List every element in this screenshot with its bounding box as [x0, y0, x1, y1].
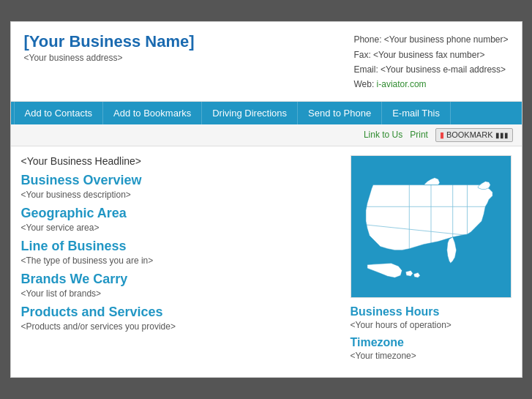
bookmark-icon: ▮: [440, 130, 444, 140]
content-left: <Your Business Headline> Business Overvi…: [21, 155, 339, 367]
section-title-lob: Line of Business: [21, 239, 339, 254]
header-left: [Your Business Name] <Your business addr…: [24, 32, 195, 92]
business-headline: <Your Business Headline>: [21, 155, 339, 167]
link-to-us[interactable]: Link to Us: [364, 130, 402, 140]
nav-email-this[interactable]: E-mail This: [382, 102, 451, 124]
phone-info: Phone: <Your business phone number>: [353, 32, 508, 47]
section-title-hours: Business Hours: [351, 305, 512, 318]
bookmark-icons-extra: ▮▮▮: [495, 131, 509, 139]
nav-driving-directions[interactable]: Driving Directions: [202, 102, 298, 124]
section-title-brands: Brands We Carry: [21, 272, 339, 287]
section-title-overview: Business Overview: [21, 173, 339, 188]
section-desc-brands: <Your list of brands>: [21, 288, 339, 299]
map-container: [351, 155, 512, 298]
bookmark-label: BOOKMARK: [446, 130, 493, 139]
navbar: Add to Contacts Add to Bookmarks Driving…: [11, 102, 522, 124]
content-right: Business Hours <Your hours of operation>…: [351, 155, 512, 367]
web-info: Web: i-aviator.com: [353, 77, 508, 92]
web-link[interactable]: i-aviator.com: [377, 79, 427, 89]
nav-add-bookmarks[interactable]: Add to Bookmarks: [103, 102, 202, 124]
email-info: Email: <Your business e-mail address>: [353, 62, 508, 77]
header: [Your Business Name] <Your business addr…: [11, 22, 522, 102]
page-container: [Your Business Name] <Your business addr…: [10, 21, 522, 378]
section-desc-hours: <Your hours of operation>: [351, 320, 512, 330]
section-title-timezone: Timezone: [351, 336, 512, 349]
nav-send-to-phone[interactable]: Send to Phone: [298, 102, 382, 124]
nav-add-contacts[interactable]: Add to Contacts: [14, 102, 104, 124]
section-desc-geo: <Your service area>: [21, 223, 339, 233]
main-content: <Your Business Headline> Business Overvi…: [11, 146, 522, 377]
header-right: Phone: <Your business phone number> Fax:…: [353, 32, 508, 92]
section-desc-timezone: <Your timezone>: [351, 351, 512, 361]
toolbar: Link to Us Print ▮ BOOKMARK ▮▮▮: [11, 124, 522, 146]
section-title-geo: Geographic Area: [21, 206, 339, 221]
us-map: [351, 156, 511, 297]
section-title-products: Products and Services: [21, 305, 339, 320]
business-address: <Your business address>: [24, 53, 195, 63]
section-desc-overview: <Your business description>: [21, 190, 339, 200]
business-name: [Your Business Name]: [24, 32, 195, 51]
section-desc-lob: <The type of business you are in>: [21, 256, 339, 266]
section-desc-products: <Products and/or services you provide>: [21, 321, 339, 332]
content-left-inner: <Your Business Headline> Business Overvi…: [21, 155, 339, 336]
fax-info: Fax: <Your business fax number>: [353, 48, 508, 62]
print-link[interactable]: Print: [410, 130, 428, 140]
bookmark-button[interactable]: ▮ BOOKMARK ▮▮▮: [435, 128, 513, 142]
